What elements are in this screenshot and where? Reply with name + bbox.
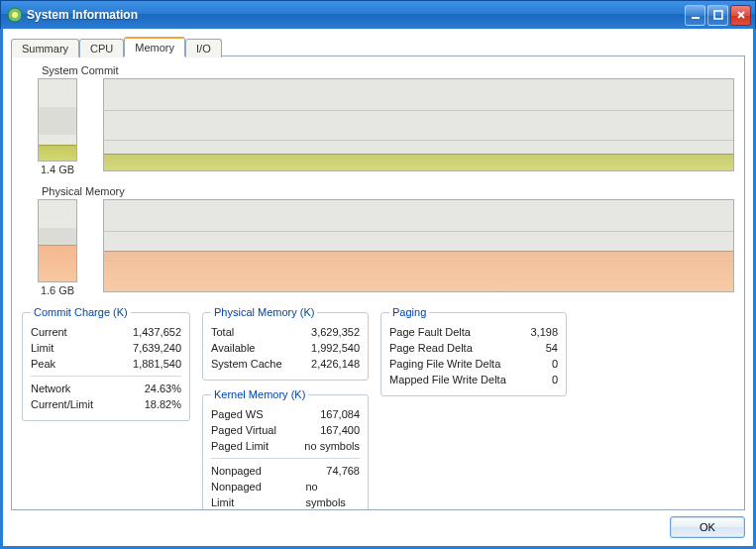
commit-charge-legend: Commit Charge (K): [31, 306, 131, 318]
cc-cl-label: Current/Limit: [31, 396, 93, 412]
cc-cl-value: 18.82%: [145, 396, 181, 412]
button-bar: OK: [11, 510, 745, 538]
pg-prd-label: Page Read Delta: [389, 340, 473, 356]
minimize-button[interactable]: [685, 5, 705, 26]
title-bar: System Information: [0, 0, 756, 29]
physical-memory-gauge: [38, 199, 77, 282]
km-npl-value: no symbols: [306, 479, 361, 510]
system-commit-gauge: [38, 78, 77, 162]
cc-peak-label: Peak: [31, 356, 55, 372]
pg-mfwd-value: 0: [552, 372, 558, 387]
pm-total-label: Total: [211, 324, 234, 340]
km-np-value: 74,768: [326, 463, 360, 479]
pg-pfd-label: Page Fault Delta: [389, 324, 471, 340]
pm-total-value: 3,629,352: [311, 324, 360, 340]
system-commit-history: [103, 78, 734, 171]
window-body: Summary CPU Memory I/O System Commit 1.4…: [0, 29, 756, 549]
window-controls: [685, 5, 751, 26]
physical-memory-section: Physical Memory 1.6 GB: [22, 185, 734, 296]
km-legend: Kernel Memory (K): [211, 388, 308, 400]
pg-pfwd-value: 0: [552, 356, 558, 372]
cc-network-value: 24.63%: [145, 381, 181, 396]
physical-memory-value: 1.6 GB: [41, 284, 74, 296]
app-icon: [7, 7, 23, 23]
paging-group: Paging Page Fault Delta3,198 Page Read D…: [380, 306, 567, 396]
physical-memory-history-band: [104, 251, 733, 291]
physical-memory-history: [103, 199, 734, 292]
paging-legend: Paging: [389, 306, 429, 318]
km-npl-label: Nonpaged Limit: [211, 479, 286, 510]
svg-point-1: [12, 12, 18, 18]
commit-charge-group: Commit Charge (K) Current1,437,652 Limit…: [22, 306, 190, 421]
svg-rect-2: [692, 17, 700, 19]
physical-memory-group: Physical Memory (K) Total3,629,352 Avail…: [202, 306, 369, 381]
pm-cache-label: System Cache: [211, 356, 282, 372]
tab-summary[interactable]: Summary: [11, 39, 79, 57]
cc-current-value: 1,437,652: [133, 324, 181, 340]
system-commit-history-band: [104, 154, 733, 170]
km-pv-value: 167,400: [320, 422, 360, 438]
cc-limit-label: Limit: [31, 340, 54, 356]
km-pl-label: Paged Limit: [211, 438, 269, 454]
km-pl-value: no symbols: [304, 438, 360, 454]
cc-limit-value: 7,639,240: [133, 340, 181, 356]
system-commit-title: System Commit: [42, 64, 734, 76]
km-np-label: Nonpaged: [211, 463, 262, 479]
pm-legend: Physical Memory (K): [211, 306, 317, 318]
pm-available-label: Available: [211, 340, 255, 356]
km-pv-label: Paged Virtual: [211, 422, 276, 438]
pg-pfd-value: 3,198: [530, 324, 558, 340]
system-commit-gauge-fill: [39, 145, 76, 161]
tab-memory[interactable]: Memory: [124, 37, 185, 56]
stats-row: Commit Charge (K) Current1,437,652 Limit…: [22, 306, 734, 510]
kernel-memory-group: Kernel Memory (K) Paged WS167,084 Paged …: [202, 388, 369, 510]
system-commit-section: System Commit 1.4 GB: [22, 64, 734, 175]
system-commit-value: 1.4 GB: [41, 164, 74, 175]
cc-network-label: Network: [31, 381, 70, 396]
window-title: System Information: [27, 8, 685, 22]
maximize-button[interactable]: [707, 5, 728, 26]
pm-available-value: 1,992,540: [311, 340, 360, 356]
km-pws-value: 167,084: [320, 406, 360, 422]
cc-current-label: Current: [31, 324, 67, 340]
tab-cpu[interactable]: CPU: [79, 39, 124, 57]
pg-pfwd-label: Paging File Write Delta: [389, 356, 500, 372]
pg-mfwd-label: Mapped File Write Delta: [389, 372, 506, 387]
svg-rect-3: [714, 11, 722, 19]
km-pws-label: Paged WS: [211, 406, 264, 422]
tab-content-memory: System Commit 1.4 GB Physical Memory: [11, 55, 745, 510]
cc-peak-value: 1,881,540: [133, 356, 181, 372]
ok-button[interactable]: OK: [670, 516, 745, 538]
tab-io[interactable]: I/O: [185, 39, 222, 57]
tab-bar: Summary CPU Memory I/O: [11, 35, 745, 56]
pm-cache-value: 2,426,148: [311, 356, 360, 372]
physical-memory-gauge-fill: [39, 245, 76, 281]
pg-prd-value: 54: [546, 340, 558, 356]
physical-memory-title: Physical Memory: [42, 185, 734, 197]
close-button[interactable]: [730, 5, 751, 26]
